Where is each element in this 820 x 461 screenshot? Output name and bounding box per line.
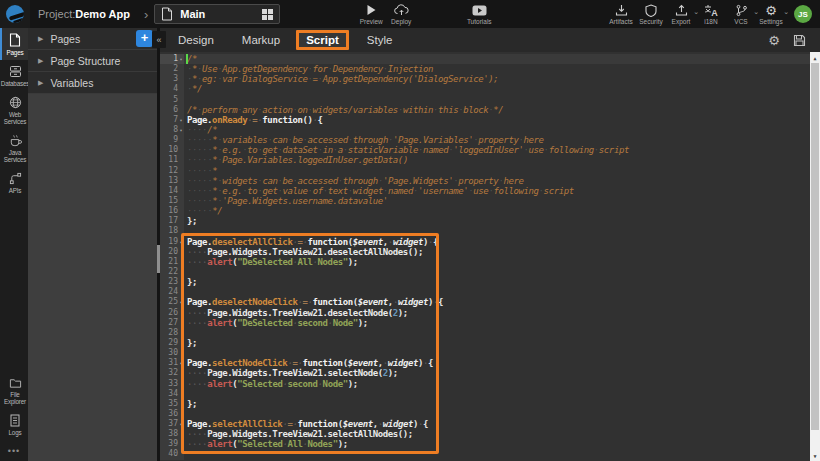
text-cursor	[186, 54, 188, 64]
line-number: 21	[160, 257, 184, 267]
code-line: 9·····*·variables·can·be·accessed·throug…	[160, 135, 810, 145]
wavemaker-studio-window: Project:Demo App › Main Preview Deploy	[0, 0, 820, 461]
deploy-cloud-icon	[394, 3, 409, 17]
panel-row-page-structure[interactable]: ▶ Page Structure	[28, 50, 157, 72]
sidebar-item-web-services[interactable]: Web Services	[0, 91, 28, 129]
web-services-globe-icon	[9, 96, 22, 109]
editor-settings-gear-icon[interactable]: ⚙	[768, 34, 780, 47]
vcs-branch-icon	[735, 3, 748, 17]
artifacts-button[interactable]: Artifacts	[606, 0, 636, 28]
line-number: 37▾	[160, 419, 184, 429]
line-number: 20	[160, 247, 184, 257]
line-number: 26	[160, 308, 184, 318]
more-menu-button[interactable]: •••	[0, 440, 28, 461]
pages-icon	[9, 33, 21, 47]
code-line: 20····Page.Widgets.TreeView21.deselectAl…	[160, 247, 810, 257]
code-line: 29};	[160, 338, 810, 348]
chevron-right-icon: ›	[144, 7, 148, 22]
security-shield-icon	[645, 3, 657, 17]
scroll-down-arrow[interactable]: ▼	[810, 450, 820, 461]
user-avatar[interactable]: JS	[794, 5, 812, 23]
line-number: 29	[160, 338, 184, 348]
panel-row-pages[interactable]: ▶ Pages +	[28, 28, 157, 50]
line-number: 7▾	[160, 115, 184, 125]
code-line: 35};	[160, 399, 810, 409]
caret-right-icon: ▶	[38, 79, 43, 87]
editor-scrollbar[interactable]: ▲ ▼	[810, 52, 820, 461]
line-number: 13	[160, 176, 184, 186]
chevron-down-icon: ⌄	[783, 8, 789, 16]
tutorials-button[interactable]: Tutorials	[464, 0, 494, 28]
line-number: 27	[160, 318, 184, 328]
line-number: 34	[160, 389, 184, 399]
save-icon[interactable]	[793, 34, 806, 47]
scroll-up-arrow[interactable]: ▲	[810, 52, 820, 63]
line-number: 3	[160, 74, 184, 84]
page-selector-dropdown[interactable]: Main	[154, 4, 280, 24]
panel-row-variables[interactable]: ▶ Variables	[28, 72, 157, 94]
line-number: 9	[160, 135, 184, 145]
collapse-panel-button[interactable]: «	[152, 31, 166, 48]
code-line: 8▾····/*	[160, 125, 810, 135]
code-line: 5	[160, 95, 810, 105]
line-number: 6	[160, 105, 184, 115]
code-line: 32····Page.Widgets.TreeView21.selectNode…	[160, 368, 810, 378]
tab-design[interactable]: Design	[168, 31, 224, 49]
code-editor[interactable]: 1▾/*2·*·Use·App.getDependency·for·Depend…	[160, 52, 820, 461]
sidebar-item-file-explorer[interactable]: File Explorer	[0, 372, 28, 409]
panel-empty-area	[28, 94, 157, 461]
sidebar-item-logs[interactable]: Logs	[0, 409, 28, 440]
add-page-button[interactable]: +	[136, 30, 153, 47]
code-line: 17};	[160, 216, 810, 226]
line-number: 14	[160, 186, 184, 196]
line-number: 35	[160, 399, 184, 409]
line-number: 32	[160, 368, 184, 378]
code-line: 38····Page.Widgets.TreeView21.selectAllN…	[160, 429, 810, 439]
line-number: 24	[160, 287, 184, 297]
security-button[interactable]: Security	[636, 0, 666, 28]
sidebar-item-pages[interactable]: Pages	[0, 28, 28, 60]
line-number: 40	[160, 449, 184, 459]
code-line: 37▾Page.selectAllClick·=·function($event…	[160, 419, 810, 429]
code-line: 28	[160, 328, 810, 338]
preview-button[interactable]: Preview	[356, 0, 386, 28]
line-number: 39	[160, 439, 184, 449]
sidebar-item-java-services[interactable]: Java Services	[0, 129, 28, 167]
code-line: 1▾/*	[160, 54, 810, 64]
caret-right-icon: ▶	[38, 57, 43, 65]
line-number: 5	[160, 95, 184, 105]
page-selector-value: Main	[180, 8, 262, 20]
caret-right-icon: ▶	[38, 35, 43, 43]
line-number: 18	[160, 226, 184, 236]
grid-view-icon[interactable]	[262, 9, 273, 20]
project-name: Project:Demo App	[38, 8, 130, 20]
code-line: 23};	[160, 277, 810, 287]
line-number: 12	[160, 166, 184, 176]
vcs-button[interactable]: VCS ⌄	[726, 0, 756, 28]
code-line: 10·····*·e.g.·to·get·dataSet·in·a·static…	[160, 145, 810, 155]
tab-markup[interactable]: Markup	[232, 31, 290, 49]
tab-style[interactable]: Style	[357, 31, 403, 49]
code-line: 40	[160, 449, 810, 459]
sidebar-item-apis[interactable]: APIs	[0, 167, 28, 198]
code-line: 26····Page.Widgets.TreeView21.deselectNo…	[160, 308, 810, 318]
tab-script[interactable]: Script	[296, 30, 349, 50]
top-bar-right-actions: Artifacts Security Export ⌄ A i18N	[606, 0, 820, 28]
line-number: 19▾	[160, 237, 184, 247]
scrollbar-thumb[interactable]	[811, 63, 819, 430]
splitter-drag-handle[interactable]	[157, 245, 160, 273]
deploy-button[interactable]: Deploy	[386, 0, 416, 28]
export-button[interactable]: Export ⌄	[666, 0, 696, 28]
settings-button[interactable]: ⚙ Settings ⌄	[756, 0, 786, 28]
i18n-button[interactable]: A i18N	[696, 0, 726, 28]
code-line: 31▾Page.selectNodeClick·=·function($even…	[160, 358, 810, 368]
code-line: 12·····*	[160, 166, 810, 176]
line-number: 16	[160, 206, 184, 216]
line-number: 8▾	[160, 125, 184, 135]
line-number: 25▾	[160, 297, 184, 307]
code-line: 16·····*/	[160, 206, 810, 216]
line-number: 15	[160, 196, 184, 206]
line-number: 17	[160, 216, 184, 226]
sidebar-item-databases[interactable]: Databases	[0, 60, 28, 91]
wavemaker-logo[interactable]	[0, 0, 30, 28]
